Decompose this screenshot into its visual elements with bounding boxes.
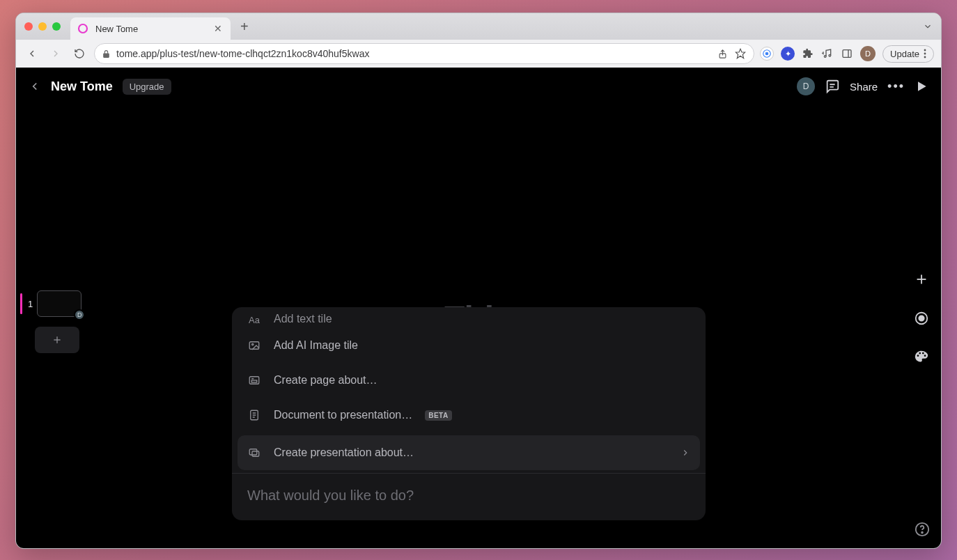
menu-item-label: Document to presentation…: [274, 409, 412, 421]
menu-item-document-to-presentation[interactable]: Document to presentation… BETA: [232, 398, 706, 433]
close-window[interactable]: [24, 22, 33, 31]
update-label: Update: [890, 49, 919, 59]
bookmark-icon[interactable]: [734, 47, 747, 60]
maximize-window[interactable]: [52, 22, 61, 31]
extension-alert-icon[interactable]: [760, 47, 774, 61]
menu-item-label: Create page about…: [274, 374, 378, 387]
present-button[interactable]: [915, 79, 928, 93]
svg-point-11: [924, 49, 926, 52]
menu-item-create-page-about[interactable]: Create page about…: [232, 363, 706, 398]
menu-item-label: Create presentation about…: [274, 446, 414, 459]
svg-point-22: [919, 316, 924, 320]
command-input[interactable]: [247, 488, 690, 504]
page-number: 1: [28, 299, 33, 309]
menu-item-label: Add text tile: [274, 313, 332, 325]
side-panel-icon[interactable]: [841, 47, 853, 60]
menu-item-add-text-tile[interactable]: Aa Add text tile: [232, 307, 706, 328]
browser-tab[interactable]: New Tome ✕: [70, 17, 231, 40]
back-button[interactable]: [29, 80, 41, 93]
minimize-window[interactable]: [38, 22, 47, 31]
more-menu-button[interactable]: •••: [887, 79, 905, 94]
svg-rect-35: [252, 451, 259, 457]
new-tab-button[interactable]: +: [240, 19, 249, 35]
help-button[interactable]: [915, 522, 930, 537]
svg-marker-16: [918, 81, 926, 91]
command-menu: Aa Add text tile Add AI Image tile Creat…: [232, 307, 706, 520]
media-control-icon[interactable]: [821, 47, 834, 60]
browser-window: New Tome ✕ + tome.app/plus-test/new-tome…: [15, 13, 942, 549]
active-page-indicator: [20, 293, 22, 314]
url-text: tome.app/plus-test/new-tome-clhqct2zn1ko…: [116, 48, 710, 59]
browser-profile-avatar[interactable]: D: [860, 46, 876, 61]
menu-item-create-presentation-about[interactable]: Create presentation about…: [238, 435, 700, 470]
svg-rect-9: [843, 50, 851, 58]
svg-point-26: [252, 343, 254, 345]
pages-rail: 1 D: [20, 290, 81, 353]
presentation-icon: [247, 446, 261, 459]
right-tool-rail: [912, 270, 931, 367]
svg-marker-2: [736, 49, 745, 58]
extensions-icon[interactable]: [802, 47, 814, 60]
tab-title: New Tome: [95, 24, 138, 34]
svg-point-13: [924, 56, 926, 59]
comments-button[interactable]: [825, 79, 840, 94]
command-input-row: [232, 473, 706, 520]
upgrade-button[interactable]: Upgrade: [123, 79, 171, 95]
tabs-overflow-icon[interactable]: [923, 22, 933, 31]
svg-point-0: [79, 24, 87, 33]
svg-point-24: [921, 532, 923, 534]
svg-rect-34: [249, 449, 257, 455]
menu-item-add-ai-image-tile[interactable]: Add AI Image tile: [232, 328, 706, 363]
window-controls: [24, 22, 61, 31]
extension-plus-icon[interactable]: ✦: [781, 47, 795, 61]
titlebar: New Tome ✕ +: [16, 13, 941, 40]
svg-rect-29: [251, 380, 257, 382]
record-button[interactable]: [912, 309, 931, 328]
app-viewport: New Tome Upgrade D Share ••• Title 1 D: [16, 68, 941, 548]
add-page-button[interactable]: [35, 327, 79, 353]
share-button[interactable]: Share: [850, 81, 878, 93]
app-header: New Tome Upgrade D Share •••: [16, 68, 941, 105]
address-bar[interactable]: tome.app/plus-test/new-tome-clhqct2zn1ko…: [94, 43, 754, 64]
page-icon: [247, 374, 261, 387]
page-thumbnail[interactable]: D: [37, 290, 81, 317]
close-tab-icon[interactable]: ✕: [212, 23, 224, 34]
menu-item-label: Add AI Image tile: [274, 339, 358, 352]
svg-point-4: [765, 52, 768, 55]
beta-badge: BETA: [425, 410, 451, 421]
share-icon[interactable]: [716, 47, 729, 60]
nav-back-button[interactable]: [23, 45, 41, 63]
update-button[interactable]: Update: [882, 45, 934, 63]
theme-button[interactable]: [912, 348, 931, 367]
toolbar-right: ✦ D Update: [760, 45, 934, 63]
reload-button[interactable]: [70, 45, 88, 63]
document-title[interactable]: New Tome: [51, 79, 113, 94]
svg-point-5: [824, 56, 826, 58]
text-icon: Aa: [247, 315, 261, 325]
svg-point-6: [829, 54, 831, 56]
svg-point-12: [924, 53, 926, 55]
tab-favicon: [77, 23, 88, 34]
browser-toolbar: tome.app/plus-test/new-tome-clhqct2zn1ko…: [16, 40, 941, 68]
add-tile-button[interactable]: [912, 270, 931, 289]
lock-icon: [102, 49, 111, 59]
document-icon: [247, 409, 261, 421]
nav-forward-button[interactable]: [47, 45, 65, 63]
thumbnail-avatar-badge: D: [74, 309, 85, 320]
image-icon: [247, 339, 261, 352]
user-avatar[interactable]: D: [797, 77, 815, 95]
chevron-right-icon: [680, 448, 690, 458]
page-thumbnail-row: 1 D: [20, 290, 81, 317]
